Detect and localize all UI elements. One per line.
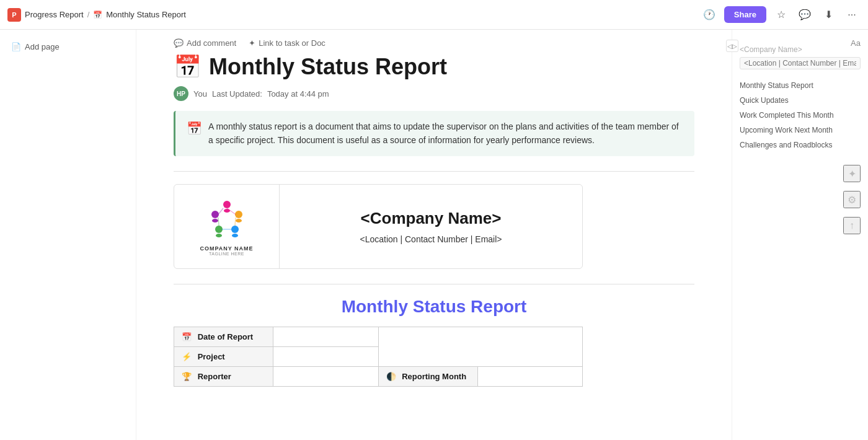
reporter-label-text: Reporter [198, 372, 231, 381]
svg-point-2 [235, 211, 242, 218]
page-title-row: 📅 Monthly Status Report [174, 54, 694, 80]
svg-point-0 [223, 201, 231, 208]
table-label-project: ⚡ Project [174, 346, 273, 366]
svg-point-6 [215, 226, 223, 233]
callout-text: A monthly status report is a document th… [208, 120, 683, 147]
share-button[interactable]: Share [724, 6, 766, 23]
link-to-task-link[interactable]: ✦ Link to task or Doc [249, 38, 326, 48]
table-label-date: 📅 Date of Report [174, 327, 273, 346]
content-area: 💬 Add comment ✦ Link to task or Doc 📅 Mo… [136, 30, 732, 440]
svg-line-14 [218, 208, 223, 214]
svg-point-9 [212, 219, 218, 222]
font-size-btn[interactable]: Aa [851, 38, 861, 48]
outline-item-upcoming-work[interactable]: Upcoming Work Next Month [740, 123, 861, 138]
date-label-text: Date of Report [198, 332, 254, 341]
app-icon: P [7, 8, 21, 22]
download-icon-btn[interactable]: ⬇ [820, 6, 837, 24]
table-row: 📅 Date of Report [174, 327, 583, 346]
company-name-large: <Company Name> [361, 209, 502, 228]
table-value-project[interactable] [273, 346, 379, 366]
sidebar-star-btn[interactable]: ✦ [843, 165, 861, 182]
chat-icon-btn[interactable]: 💬 [796, 6, 813, 24]
date-icon: 📅 [182, 332, 192, 341]
company-logo-side: COMPANY NAME TAGLINE HERE [174, 185, 280, 268]
add-comment-label: Add comment [187, 38, 236, 48]
table-value-date[interactable] [273, 327, 379, 346]
company-logo-svg [205, 197, 249, 240]
company-logo-tagline: TAGLINE HERE [209, 252, 244, 256]
link-to-task-label: Link to task or Doc [259, 38, 326, 48]
add-page-button[interactable]: 📄 Add page [7, 40, 128, 54]
callout-icon: 📅 [187, 121, 202, 136]
table-row: ⚡ Project [174, 346, 583, 366]
author-name: You [193, 89, 207, 99]
breadcrumb-doc-name: Monthly Status Report [106, 10, 186, 19]
left-sidebar: 📄 Add page [0, 30, 136, 440]
right-sidebar: ◁▷ Aa <Company Name> Monthly Status Repo… [732, 30, 868, 440]
add-page-icon: 📄 [11, 42, 21, 51]
link-icon: ✦ [249, 38, 255, 48]
table-label-reporting-month: 🌓 Reporting Month [378, 366, 477, 386]
comment-icon: 💬 [174, 38, 184, 48]
breadcrumb-doc-emoji: 📅 [93, 11, 102, 19]
svg-point-8 [211, 211, 219, 218]
svg-point-3 [236, 219, 242, 222]
add-page-label: Add page [25, 42, 60, 51]
company-card: COMPANY NAME TAGLINE HERE <Company Name>… [174, 184, 583, 269]
outline-item-work-completed[interactable]: Work Completed This Month [740, 108, 861, 123]
sidebar-toggle-btn[interactable]: ◁▷ [726, 40, 738, 52]
outline-contact-input[interactable] [740, 57, 861, 69]
section-heading: Monthly Status Report [174, 297, 694, 317]
avatar: HP [174, 86, 188, 101]
project-icon: ⚡ [182, 352, 192, 361]
table-value-reporter[interactable] [273, 366, 379, 386]
svg-line-11 [235, 218, 236, 226]
divider-1 [174, 171, 694, 172]
divider-2 [174, 284, 694, 284]
last-updated-value: Today at 4:44 pm [267, 89, 329, 99]
breadcrumb-separator: / [87, 10, 90, 19]
outline-item-quick-updates[interactable]: Quick Updates [740, 93, 861, 108]
company-info-side: <Company Name> <Location | Contact Numbe… [280, 185, 582, 268]
breadcrumb: P Progress Report / 📅 Monthly Status Rep… [7, 8, 701, 22]
report-table: 📅 Date of Report ⚡ Project 🏆 Reporte [174, 327, 583, 387]
topbar: P Progress Report / 📅 Monthly Status Rep… [0, 0, 868, 30]
action-bar: 💬 Add comment ✦ Link to task or Doc [174, 30, 694, 54]
callout-block: 📅 A monthly status report is a document … [174, 111, 694, 156]
add-comment-link[interactable]: 💬 Add comment [174, 38, 236, 48]
main-layout: 📄 Add page 💬 Add comment ✦ Link to task … [0, 30, 868, 440]
sidebar-share-btn[interactable]: ⚙ [843, 191, 861, 208]
svg-point-5 [232, 234, 238, 237]
project-label-text: Project [198, 352, 225, 361]
page-title-emoji: 📅 [174, 54, 202, 80]
clock-icon-btn[interactable]: 🕐 [701, 6, 718, 24]
reporter-icon: 🏆 [182, 372, 192, 381]
reporting-month-icon: 🌓 [386, 372, 396, 381]
table-row: 🏆 Reporter 🌓 Reporting Month [174, 366, 583, 386]
table-label-reporter: 🏆 Reporter [174, 366, 273, 386]
breadcrumb-app-name: Progress Report [25, 10, 84, 19]
author-row: HP You Last Updated: Today at 4:44 pm [174, 86, 694, 101]
outline-item-monthly-status[interactable]: Monthly Status Report [740, 78, 861, 93]
topbar-actions: 🕐 Share ☆ 💬 ⬇ ··· [701, 6, 861, 24]
svg-point-4 [231, 226, 239, 233]
more-options-btn[interactable]: ··· [843, 6, 861, 24]
star-icon-btn[interactable]: ☆ [773, 6, 790, 24]
reporting-month-label-text: Reporting Month [402, 372, 466, 381]
table-value-reporting-month[interactable] [477, 366, 583, 386]
outline-item-challenges[interactable]: Challenges and Roadblocks [740, 138, 861, 152]
last-updated-label: Last Updated: [212, 89, 262, 99]
company-logo-name: COMPANY NAME [200, 245, 253, 252]
outline-company-name: <Company Name> [740, 42, 861, 57]
page-title: Monthly Status Report [209, 54, 447, 80]
sidebar-upload-btn[interactable]: ↑ [843, 217, 861, 234]
svg-point-7 [216, 234, 222, 237]
sidebar-icon-group: ✦ ⚙ ↑ [740, 165, 861, 234]
company-details: <Location | Contact Number | Email> [360, 234, 502, 244]
svg-line-13 [218, 218, 219, 226]
